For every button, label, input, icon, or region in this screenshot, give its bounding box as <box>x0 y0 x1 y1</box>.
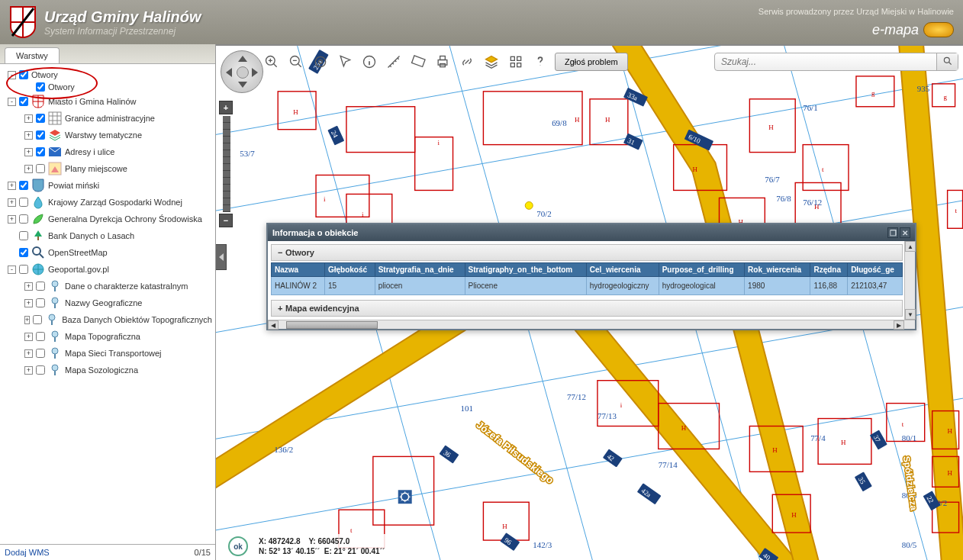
layer-label: Mapa Sozologiczna <box>65 365 138 375</box>
layer-checkbox[interactable] <box>36 298 45 307</box>
tree-toggler-icon[interactable]: + <box>24 165 33 173</box>
layer-checkbox[interactable] <box>36 114 45 123</box>
map-area[interactable]: + − Zgłoś problem <box>216 44 963 560</box>
layer-row[interactable]: +Generalna Dyrekcja Ochrony Środowiska <box>3 211 212 227</box>
layer-tree[interactable]: -OtworyOtwory-Miasto i Gmina Halinów+Gra… <box>0 64 215 544</box>
layer-checkbox[interactable] <box>33 315 42 324</box>
tree-toggler-icon[interactable]: + <box>24 366 33 375</box>
table-row[interactable]: HALINÓW 215pliocenPliocenehydrogeologicz… <box>272 277 903 295</box>
layer-row[interactable]: -Geoportal.gov.pl <box>3 261 212 278</box>
layer-row[interactable]: +Baza Danych Obiektów Topograficznych <box>3 311 212 328</box>
tree-toggler-icon[interactable]: + <box>8 182 16 190</box>
layer-checkbox[interactable] <box>36 332 45 341</box>
layer-row[interactable]: +Mapa Topograficzna <box>3 328 212 345</box>
help-tool[interactable] <box>530 52 550 72</box>
tree-toggler-icon[interactable]: + <box>8 215 16 224</box>
svg-point-8 <box>49 314 55 320</box>
info-vscrollbar[interactable]: ▲▼ <box>904 241 915 320</box>
layer-checkbox[interactable] <box>36 365 45 375</box>
tree-toggler-icon[interactable]: + <box>24 282 33 291</box>
zoom-control[interactable]: + − <box>219 101 234 229</box>
tab-layers[interactable]: Warstwy <box>5 47 60 63</box>
pan-center-button[interactable] <box>237 66 249 79</box>
full-extent-tool[interactable] <box>311 52 330 72</box>
tree-toggler-icon[interactable]: + <box>24 349 33 358</box>
pan-up-button[interactable] <box>238 56 247 62</box>
tree-toggler-icon[interactable]: + <box>24 131 33 140</box>
measure-line-tool[interactable] <box>384 52 404 72</box>
layer-checkbox[interactable] <box>19 248 28 257</box>
info-titlebar[interactable]: Informacja o obiekcie ❐ ✕ <box>268 224 915 241</box>
layer-label: Dane o charakterze katastralnym <box>65 282 188 291</box>
layer-row[interactable]: Otwory <box>3 81 212 93</box>
pan-right-button[interactable] <box>252 68 258 77</box>
layer-checkbox[interactable] <box>19 198 28 207</box>
layer-checkbox[interactable] <box>19 214 28 224</box>
print-tool[interactable] <box>433 52 453 72</box>
link-tool[interactable] <box>457 52 477 72</box>
section-otwory-header[interactable]: −Otwory <box>271 244 903 261</box>
layer-checkbox[interactable] <box>19 265 28 274</box>
pan-left-button[interactable] <box>226 68 232 77</box>
layer-row[interactable]: OpenStreetMap <box>3 244 212 261</box>
svg-text:g: g <box>944 93 948 101</box>
tree-toggler-icon[interactable]: + <box>24 316 30 324</box>
search-input[interactable] <box>715 56 936 67</box>
layer-row[interactable]: +Mapa Sozologiczna <box>3 362 212 378</box>
legend-tool[interactable] <box>506 52 526 72</box>
layer-checkbox[interactable] <box>19 231 28 240</box>
tree-toggler-icon[interactable]: + <box>24 333 33 341</box>
layer-row[interactable]: +Powiat miński <box>3 177 212 194</box>
zoom-in-button[interactable]: + <box>219 101 233 114</box>
section-mapa-header[interactable]: +Mapa ewidencyjna <box>271 300 903 317</box>
zoom-in-tool[interactable] <box>262 52 282 72</box>
layer-row[interactable]: +Granice administracyjne <box>3 110 212 127</box>
layer-row[interactable]: +Dane o charakterze katastralnym <box>3 278 212 294</box>
layer-row[interactable]: +Warstwy tematyczne <box>3 127 212 143</box>
layer-checkbox[interactable] <box>36 130 45 140</box>
pan-control[interactable] <box>221 50 263 93</box>
svg-text:53/7: 53/7 <box>240 149 255 158</box>
zoom-out-button[interactable]: − <box>219 214 233 227</box>
tree-toggler-icon[interactable]: - <box>8 266 16 274</box>
layer-row[interactable]: Bank Danych o Lasach <box>3 227 212 244</box>
layer-checkbox[interactable] <box>36 282 45 291</box>
layer-checkbox[interactable] <box>36 147 45 156</box>
svg-text:H: H <box>693 166 698 173</box>
pointer-tool[interactable] <box>335 52 355 72</box>
measure-area-tool[interactable] <box>408 52 428 72</box>
sidebar-collapse-button[interactable] <box>216 244 227 270</box>
info-hscrollbar[interactable]: ◀▶ <box>268 320 915 329</box>
layer-checkbox[interactable] <box>36 349 45 358</box>
tree-toggler-icon[interactable]: + <box>24 148 33 156</box>
tree-toggler-icon[interactable]: + <box>24 299 33 307</box>
add-wms-link[interactable]: Dodaj WMS <box>5 548 50 557</box>
layer-checkbox[interactable] <box>19 70 28 79</box>
layer-row[interactable]: +Adresy i ulice <box>3 143 212 160</box>
layer-row[interactable]: +Mapa Sieci Transportowej <box>3 345 212 362</box>
tree-toggler-icon[interactable]: + <box>24 114 33 123</box>
info-close-button[interactable]: ✕ <box>900 227 910 238</box>
layer-row[interactable]: -Otwory <box>3 69 212 81</box>
layer-label: Krajowy Zarząd Gospodarki Wodnej <box>48 198 182 207</box>
svg-text:t: t <box>822 166 824 173</box>
info-expand-button[interactable]: ❐ <box>887 227 898 238</box>
layers-tool[interactable] <box>482 52 501 72</box>
layer-checkbox[interactable] <box>19 97 28 106</box>
info-tool[interactable] <box>359 52 379 72</box>
layer-row[interactable]: +Nazwy Geograficzne <box>3 294 212 311</box>
tree-toggler-icon[interactable]: - <box>8 71 16 79</box>
layer-checkbox[interactable] <box>36 164 45 173</box>
layer-checkbox[interactable] <box>19 181 28 190</box>
layer-row[interactable]: +Plany miejscowe <box>3 160 212 177</box>
layer-row[interactable]: -Miasto i Gmina Halinów <box>3 93 212 110</box>
report-problem-button[interactable]: Zgłoś problem <box>555 53 628 71</box>
layer-row[interactable]: +Krajowy Zarząd Gospodarki Wodnej <box>3 194 212 211</box>
tree-toggler-icon[interactable]: - <box>8 98 16 106</box>
zoom-out-tool[interactable] <box>286 52 306 72</box>
svg-text:H: H <box>948 469 953 477</box>
pan-down-button[interactable] <box>238 82 247 88</box>
tree-toggler-icon[interactable]: + <box>8 198 16 207</box>
layer-checkbox[interactable] <box>36 82 45 92</box>
search-button[interactable] <box>936 53 958 70</box>
